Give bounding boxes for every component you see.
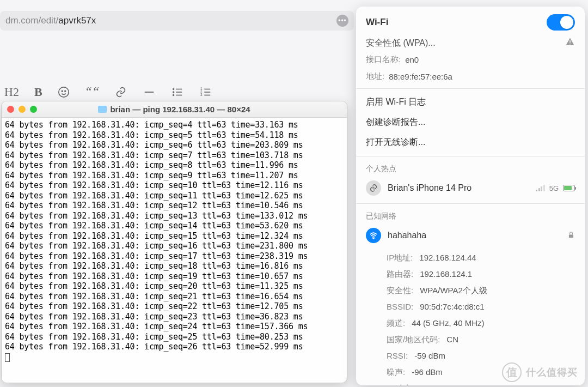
svg-rect-17 <box>569 44 571 45</box>
battery-icon <box>563 185 575 191</box>
unordered-list-button[interactable] <box>171 86 184 98</box>
create-diag-report[interactable]: 创建诊断报告... <box>356 112 585 132</box>
svg-point-2 <box>64 90 65 92</box>
traffic-lights[interactable] <box>7 106 37 113</box>
terminal-title: brian — ping 192.168.31.40 — 80×24 <box>2 105 347 114</box>
svg-point-18 <box>373 238 374 239</box>
url-domain: dm.com <box>5 15 38 26</box>
svg-rect-19 <box>569 234 573 238</box>
folder-icon <box>98 106 107 113</box>
more-icon[interactable]: ••• <box>336 15 348 27</box>
lock-icon <box>567 231 575 240</box>
svg-point-6 <box>173 94 174 95</box>
quote-button[interactable]: ““ <box>85 84 100 99</box>
watermark-text: 什么值得买 <box>526 366 578 379</box>
emoji-button[interactable] <box>58 86 70 98</box>
svg-point-5 <box>173 92 174 93</box>
svg-point-0 <box>58 87 68 96</box>
known-network-row[interactable]: hahahaha <box>356 223 585 247</box>
svg-text:3: 3 <box>200 93 203 96</box>
wifi-icon <box>366 228 381 243</box>
wifi-toggle[interactable] <box>547 14 575 31</box>
5g-label: 5G <box>549 184 559 192</box>
hr-button[interactable] <box>143 86 156 98</box>
signal-icon <box>536 185 545 191</box>
wifi-title: Wi-Fi <box>366 17 388 28</box>
terminal-body[interactable]: 64 bytes from 192.168.31.40: icmp_seq=4 … <box>2 118 347 364</box>
maximize-button[interactable] <box>30 106 37 113</box>
hotspot-icon <box>366 180 381 196</box>
url-path: apvrk57x <box>58 15 96 26</box>
security-warning: 安全性低 (WPA)... <box>366 38 436 49</box>
interface-label: 接口名称: <box>366 55 401 65</box>
watermark-icon: 值 <box>502 362 522 382</box>
terminal-window[interactable]: brian — ping 192.168.31.40 — 80×24 64 by… <box>1 101 347 383</box>
warning-icon <box>565 37 575 49</box>
url-path-faint: /edit/ <box>38 15 58 26</box>
close-button[interactable] <box>7 106 14 113</box>
wifi-panel: Wi-Fi 安全性低 (WPA)... 接口名称: en0 地址: 88:e9:… <box>356 7 585 385</box>
open-wireless-diag[interactable]: 打开无线诊断... <box>356 132 585 153</box>
personal-hotspot-label: 个人热点 <box>356 160 585 176</box>
interface-value: en0 <box>405 55 419 64</box>
network-name: hahahaha <box>388 231 426 240</box>
ordered-list-button[interactable]: 123 <box>199 86 212 98</box>
url-bar[interactable]: dm.com/edit/apvrk57x ••• <box>0 11 354 31</box>
heading-button[interactable]: H2 <box>4 85 19 99</box>
address-value: 88:e9:fe:57:ee:6a <box>389 72 452 81</box>
terminal-titlebar[interactable]: brian — ping 192.168.31.40 — 80×24 <box>2 101 347 118</box>
cursor-icon <box>5 353 10 362</box>
editor-toolbar: H2 B ““ 123 <box>0 84 212 99</box>
address-label: 地址: <box>366 71 384 82</box>
watermark: 值 什么值得买 <box>502 362 584 383</box>
svg-point-4 <box>173 88 174 89</box>
svg-point-1 <box>62 90 63 92</box>
enable-wifi-log[interactable]: 启用 Wi-Fi 日志 <box>356 92 585 112</box>
svg-rect-16 <box>569 40 571 43</box>
known-networks-label: 已知网络 <box>356 207 585 223</box>
hotspot-row[interactable]: Brian's iPhone 14 Pro 5G <box>356 176 585 200</box>
minimize-button[interactable] <box>19 106 26 113</box>
link-button[interactable] <box>114 86 127 98</box>
bold-button[interactable]: B <box>34 85 42 99</box>
hotspot-name: Brian's iPhone 14 Pro <box>388 183 471 193</box>
